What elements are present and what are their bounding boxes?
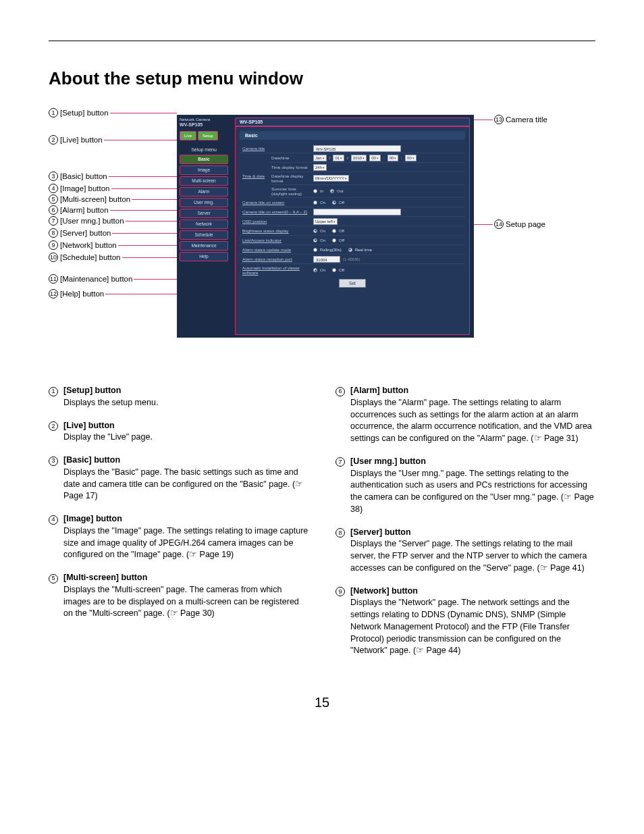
date-format-select[interactable]: Mmm/DD/YYYY bbox=[313, 175, 349, 182]
cam-title-chars-label: Camera title on screen(0 – 9,A – Z) bbox=[240, 208, 311, 215]
page-number: 15 bbox=[49, 695, 595, 710]
viewer-install-label: Automatic installation of viewer softwar… bbox=[240, 264, 311, 276]
datetime-label: Date/time bbox=[270, 154, 311, 161]
desc-item-1: 1[Setup] buttonDisplays the setup menu. bbox=[49, 385, 308, 409]
callout-left-3: 3[Basic] button bbox=[49, 172, 107, 181]
cam-title-chars-input[interactable] bbox=[313, 209, 401, 215]
menu-item-alarm[interactable]: Alarm bbox=[180, 187, 228, 197]
callout-left-4: 4[Image] button bbox=[49, 184, 110, 193]
set-button[interactable]: Set bbox=[339, 279, 366, 288]
dst-in-radio[interactable] bbox=[313, 189, 317, 193]
desc-item-9: 9[Network] buttonDisplays the "Network" … bbox=[336, 585, 595, 658]
time-date-group-label: Time & date bbox=[240, 172, 270, 180]
descriptions-right-col: 6[Alarm] buttonDisplays the "Alarm" page… bbox=[336, 385, 595, 668]
callout-left-9: 9[Network] button bbox=[49, 240, 117, 250]
callout-left-12: 12[Help] button bbox=[49, 289, 104, 298]
menu-item-server[interactable]: Server bbox=[180, 209, 228, 218]
realtime-radio[interactable] bbox=[348, 248, 352, 252]
basic-tab-header[interactable]: Basic bbox=[240, 131, 465, 140]
cam-title-onscreen-label: Camera title on screen bbox=[240, 199, 311, 206]
cam-title-off-radio[interactable] bbox=[332, 201, 336, 205]
desc-item-3: 3[Basic] buttonDisplays the "Basic" page… bbox=[49, 454, 308, 502]
callout-left-10: 10[Schedule] button bbox=[49, 253, 121, 262]
desc-item-8: 8[Server] buttonDisplays the "Server" pa… bbox=[336, 527, 595, 575]
brand: Network Camera WV-SP105 bbox=[180, 118, 228, 128]
desc-item-4: 4[Image] buttonDisplays the "Image" page… bbox=[49, 513, 308, 561]
page-title: About the setup menu window bbox=[49, 68, 595, 89]
menu-item-image[interactable]: Image bbox=[180, 165, 228, 175]
descriptions: 1[Setup] buttonDisplays the setup menu.2… bbox=[49, 385, 595, 668]
sidebar: Network Camera WV-SP105 Live Setup Setup… bbox=[177, 115, 231, 338]
menu-item-schedule[interactable]: Schedule bbox=[180, 230, 228, 240]
callout-left-11: 11[Maintenance] button bbox=[49, 274, 132, 284]
desc-item-2: 2[Live] buttonDisplay the "Live" page. bbox=[49, 420, 308, 444]
brightness-off-radio[interactable] bbox=[332, 229, 336, 233]
link-off-radio[interactable] bbox=[332, 238, 336, 242]
callout-right-13: 13Camera title bbox=[494, 115, 547, 124]
setup-button[interactable]: Setup bbox=[198, 131, 218, 140]
descriptions-left-col: 1[Setup] buttonDisplays the setup menu.2… bbox=[49, 385, 308, 668]
setup-menu-title: Setup menu bbox=[180, 147, 228, 152]
osd-position-label: OSD position bbox=[240, 217, 311, 225]
dst-label: Summer time (daylight saving) bbox=[270, 185, 311, 197]
callout-left-2: 2[Live] button bbox=[49, 135, 103, 145]
polling-radio[interactable] bbox=[313, 248, 317, 252]
setup-menu: BasicImageMulti-screenAlarmUser mng.Serv… bbox=[180, 155, 228, 261]
live-button[interactable]: Live bbox=[180, 131, 196, 140]
setup-page-panel: Basic Camera title WV-SP105 Time & date … bbox=[235, 126, 470, 335]
time-format-select[interactable]: 24h bbox=[313, 164, 327, 171]
menu-item-help[interactable]: Help bbox=[180, 252, 228, 261]
menu-item-user-mng-[interactable]: User mng. bbox=[180, 198, 228, 207]
desc-item-6: 6[Alarm] buttonDisplays the "Alarm" page… bbox=[336, 385, 595, 445]
callout-left-1: 1[Setup] button bbox=[49, 108, 109, 118]
setup-window: Network Camera WV-SP105 Live Setup Setup… bbox=[177, 115, 474, 338]
menu-item-multi-screen[interactable]: Multi-screen bbox=[180, 176, 228, 186]
callout-left-6: 6[Alarm] button bbox=[49, 205, 109, 215]
menu-item-basic[interactable]: Basic bbox=[180, 155, 228, 164]
dst-out-radio[interactable] bbox=[330, 189, 334, 193]
brightness-label: Brightness status display bbox=[240, 227, 311, 234]
top-rule bbox=[49, 41, 595, 41]
callout-left-7: 7[User mng.] button bbox=[49, 216, 124, 226]
brightness-on-radio[interactable] bbox=[313, 229, 317, 233]
viewer-off-radio[interactable] bbox=[332, 268, 336, 272]
main-panel: WV-SP105 Basic Camera title WV-SP105 Tim… bbox=[231, 115, 474, 338]
osd-position-select[interactable]: Upper left bbox=[313, 218, 338, 225]
setup-menu-diagram: 1[Setup] button2[Live] button3[Basic] bu… bbox=[49, 108, 595, 351]
callout-left-8: 8[Server] button bbox=[49, 228, 111, 238]
desc-item-7: 7[User mng.] buttonDisplays the "User mn… bbox=[336, 456, 595, 516]
viewer-on-radio[interactable] bbox=[313, 268, 317, 272]
datetime-controls[interactable]: Jan / 01 / 2010 00: 00: 00 bbox=[311, 154, 465, 162]
alarm-port-input[interactable]: 31004 bbox=[313, 256, 340, 263]
time-format-label: Time display format bbox=[270, 163, 311, 171]
camera-title-bar: WV-SP105 bbox=[235, 118, 470, 126]
menu-item-network[interactable]: Network bbox=[180, 219, 228, 229]
camera-title-label: Camera title bbox=[240, 145, 311, 152]
date-format-label: Date/time display format bbox=[270, 172, 311, 184]
alarm-port-label: Alarm status reception port bbox=[240, 255, 311, 263]
port-range-hint: (1–65535) bbox=[343, 257, 360, 261]
menu-item-maintenance[interactable]: Maintenance bbox=[180, 241, 228, 251]
alarm-mode-label: Alarm status update mode bbox=[240, 246, 311, 253]
cam-title-on-radio[interactable] bbox=[313, 201, 317, 205]
callout-right-14: 14Setup page bbox=[494, 219, 545, 229]
link-indicator-label: Link/Access indicator bbox=[240, 236, 311, 244]
link-on-radio[interactable] bbox=[313, 238, 317, 242]
camera-title-input[interactable]: WV-SP105 bbox=[313, 145, 401, 152]
callout-left-5: 5[Multi-screen] button bbox=[49, 194, 130, 204]
desc-item-5: 5[Multi-screen] buttonDisplays the "Mult… bbox=[49, 572, 308, 620]
